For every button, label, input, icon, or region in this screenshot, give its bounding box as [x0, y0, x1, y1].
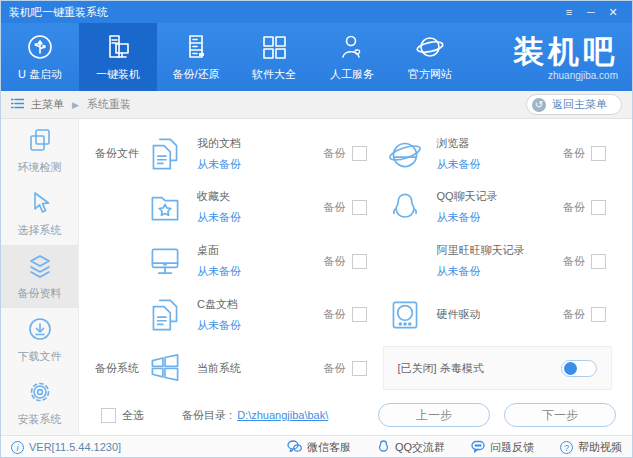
item-backup-status: 从未备份 — [437, 157, 481, 172]
item-backup-status: 从未备份 — [437, 264, 525, 279]
version-info: i VER[11.5.44.1230] — [11, 441, 121, 454]
cdrive-documents-icon — [143, 294, 187, 336]
nav-backup-restore[interactable]: 备份/还原 — [157, 23, 235, 91]
backup-label: 备份 — [563, 254, 585, 269]
return-main-menu-button[interactable]: ↺ 返回主菜单 — [526, 94, 622, 115]
statlink-label: 微信客服 — [307, 440, 351, 455]
desktop-monitor-icon — [143, 240, 187, 282]
item-wangwang-history: 阿里旺旺聊天记录 从未备份 备份 — [383, 240, 623, 282]
window-title: 装机吧一键重装系统 — [9, 5, 108, 20]
backup-checkbox-my-documents[interactable] — [352, 146, 367, 161]
breadcrumb-arrow-icon: ▶ — [72, 100, 79, 110]
wechat-icon — [287, 440, 302, 455]
human-service-icon — [337, 32, 367, 62]
backup-label: 备份 — [563, 146, 585, 161]
browser-icon — [383, 133, 427, 175]
back-button-label: 返回主菜单 — [552, 97, 607, 112]
sidebar-item-backup-data[interactable]: 备份资料 — [1, 245, 78, 308]
env-check-icon — [27, 127, 53, 155]
backup-checkbox-wangwang[interactable] — [591, 254, 606, 269]
item-backup-status: 从未备份 — [437, 210, 498, 225]
bottom-controls: 全选 备份目录 : D:\zhuangjiba\bak\ 上一步 下一步 — [87, 395, 622, 435]
nav-label: 软件大全 — [252, 67, 296, 82]
backup-checkbox-cdrive[interactable] — [352, 307, 367, 322]
backup-checkbox-qq[interactable] — [591, 200, 606, 215]
nav-one-key-install[interactable]: 一键装机 — [79, 23, 157, 91]
sidebar: 环境检测 选择系统 备份资料 — [1, 119, 79, 435]
select-all-checkbox[interactable] — [101, 408, 116, 423]
item-title: C盘文档 — [197, 297, 241, 312]
sidebar-label: 选择系统 — [18, 223, 62, 238]
sidebar-label: 下载文件 — [18, 349, 62, 364]
nav-label: 一键装机 — [96, 67, 140, 82]
nav-human-service[interactable]: 人工服务 — [313, 23, 391, 91]
backup-checkbox-browser[interactable] — [591, 146, 606, 161]
item-title: 我的文档 — [197, 136, 241, 151]
logo-domain: zhuangjiba.com — [548, 70, 618, 81]
qq-group-link[interactable]: QQ交流群 — [377, 440, 445, 455]
status-bar: i VER[11.5.44.1230] 微信客服 QQ交流群 — [1, 435, 632, 458]
breadcrumb-current: 系统重装 — [87, 97, 131, 112]
breadcrumb-root[interactable]: 主菜单 — [31, 97, 64, 112]
sidebar-item-install-system[interactable]: 安装系统 — [1, 371, 78, 434]
item-title: 收藏夹 — [197, 189, 241, 204]
item-desktop: 桌面 从未备份 备份 — [143, 240, 383, 282]
help-videos-link[interactable]: ? 帮助视频 — [560, 440, 622, 455]
item-favorites: 收藏夹 从未备份 备份 — [143, 186, 383, 228]
group-backup-files: 备份文件 — [87, 146, 143, 161]
software-grid-icon — [259, 32, 289, 62]
backup-checkbox-favorites[interactable] — [352, 200, 367, 215]
item-title: 浏览器 — [437, 136, 481, 151]
backup-label: 备份 — [324, 146, 346, 161]
globe-icon — [415, 32, 445, 62]
nav-software[interactable]: 软件大全 — [235, 23, 313, 91]
backup-checkbox-desktop[interactable] — [352, 254, 367, 269]
menu-icon[interactable]: ≡ — [558, 4, 580, 20]
nav-label: U 盘启动 — [18, 67, 62, 82]
backup-checkbox-system[interactable] — [352, 361, 367, 376]
previous-step-button[interactable]: 上一步 — [378, 403, 490, 427]
backup-dir-link[interactable]: D:\zhuangjiba\bak\ — [237, 409, 328, 421]
sidebar-item-select-system[interactable]: 选择系统 — [1, 182, 78, 245]
feedback-link[interactable]: 问题反馈 — [471, 440, 534, 455]
layers-icon — [27, 253, 53, 281]
backup-row: 桌面 从未备份 备份 阿里旺旺聊天记录 — [87, 234, 622, 288]
close-icon[interactable]: ✕ — [602, 4, 624, 20]
item-title: 当前系统 — [197, 361, 241, 376]
help-icon: ? — [560, 441, 573, 454]
item-backup-status: 从未备份 — [197, 318, 241, 333]
item-browser: 浏览器 从未备份 备份 — [383, 133, 623, 175]
cursor-icon — [27, 190, 53, 218]
gear-icon — [27, 379, 53, 407]
nav-usb-boot[interactable]: U 盘启动 — [1, 23, 79, 91]
nav-official-site[interactable]: 官方网站 — [391, 23, 469, 91]
antivirus-toggle[interactable] — [561, 360, 597, 377]
sidebar-item-download-files[interactable]: 下载文件 — [1, 308, 78, 371]
logo-text: 装机吧 — [513, 35, 618, 69]
qq-icon — [377, 440, 390, 455]
backup-row: 备份文件 我的文档 从未备份 备份 — [87, 127, 622, 181]
backup-row: C盘文档 从未备份 备份 — [87, 288, 622, 342]
item-hardware-driver: 硬件驱动 备份 — [383, 294, 623, 336]
statlink-label: 帮助视频 — [578, 440, 622, 455]
list-icon — [11, 98, 24, 111]
next-step-button[interactable]: 下一步 — [504, 403, 616, 427]
group-backup-system: 备份系统 — [87, 361, 143, 376]
minimize-icon[interactable]: ─ — [580, 4, 602, 20]
hard-drive-icon — [383, 294, 427, 336]
item-qq-history: QQ聊天记录 从未备份 备份 — [383, 186, 623, 228]
statlink-label: 问题反馈 — [490, 440, 534, 455]
select-all-label: 全选 — [122, 408, 144, 423]
backup-checkbox-driver[interactable] — [591, 307, 606, 322]
breadcrumb-bar: 主菜单 ▶ 系统重装 ↺ 返回主菜单 — [1, 91, 632, 119]
sidebar-item-env-check[interactable]: 环境检测 — [1, 119, 78, 182]
title-bar: 装机吧一键重装系统 ≡ ─ ✕ — [1, 1, 632, 23]
antivirus-cell: [已关闭] 杀毒模式 — [383, 346, 623, 390]
windows-logo-icon — [143, 347, 187, 389]
nav-label: 官方网站 — [408, 67, 452, 82]
backup-label: 备份 — [563, 307, 585, 322]
item-cdrive-docs: C盘文档 从未备份 备份 — [143, 294, 383, 336]
toggle-knob — [564, 362, 577, 375]
wechat-service-link[interactable]: 微信客服 — [287, 440, 351, 455]
wangwang-icon — [383, 240, 427, 282]
